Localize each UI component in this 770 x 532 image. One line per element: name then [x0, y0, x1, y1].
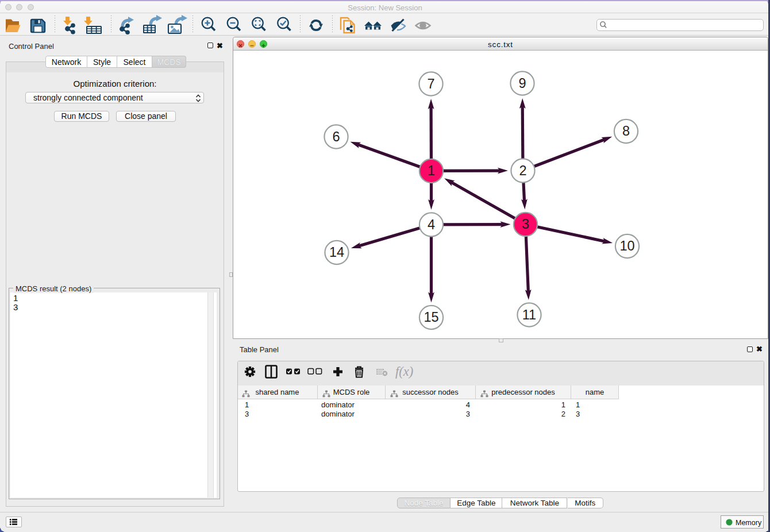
svg-text:3: 3 [522, 217, 529, 232]
svg-text:7: 7 [427, 76, 434, 91]
svg-text:10: 10 [619, 238, 634, 253]
svg-text:14: 14 [329, 245, 344, 260]
svg-text:8: 8 [622, 124, 630, 138]
svg-text:11: 11 [522, 307, 536, 322]
svg-text:2: 2 [519, 163, 526, 178]
svg-text:15: 15 [424, 310, 438, 325]
svg-text:4: 4 [428, 217, 435, 232]
svg-text:9: 9 [518, 76, 526, 91]
svg-text:1: 1 [428, 163, 435, 178]
svg-text:6: 6 [332, 129, 340, 144]
